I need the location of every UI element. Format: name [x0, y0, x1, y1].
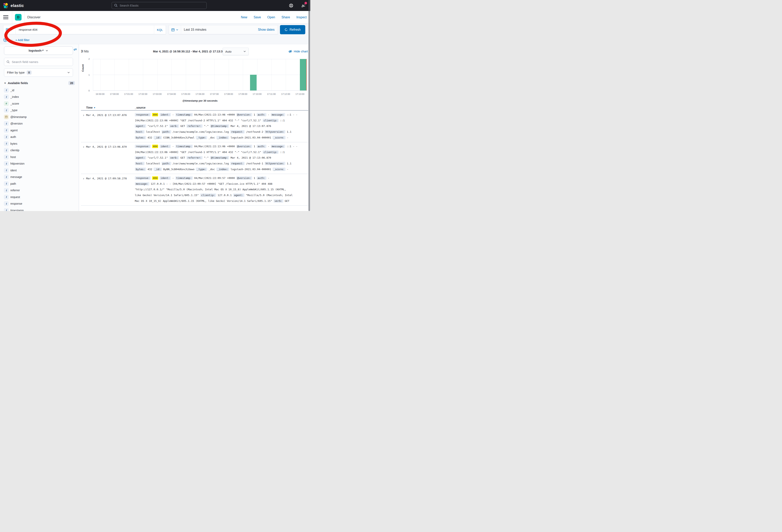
field-name: timestamp	[10, 209, 24, 211]
source-line: message:127.0.0.1 - - [04/Mar/2021:22:09…	[135, 181, 310, 187]
field-name-pill: @version:	[236, 176, 252, 180]
nav-link-open[interactable]: Open	[268, 15, 275, 19]
x-tick-label: 17:07:00	[210, 93, 219, 95]
expand-row-icon[interactable]: ›	[81, 144, 86, 172]
field-value: /notfound-2	[246, 130, 263, 133]
field-name-pill: @timestamp:	[210, 124, 229, 128]
newsfeed-icon[interactable]	[301, 3, 306, 8]
help-icon[interactable]	[289, 3, 293, 8]
source-column-header: _source	[135, 106, 146, 109]
time-column-header[interactable]: Time ▼	[86, 106, 135, 109]
nav-link-share[interactable]: Share	[282, 15, 290, 19]
saved-query-menu-button[interactable]	[3, 25, 15, 34]
field-item-@timestamp[interactable]: @timestamp	[4, 114, 75, 120]
table-row: ›Mar 4, 2021 @ 17:09:58.278response:404i…	[81, 174, 310, 205]
field-item-_score[interactable]: #_score	[4, 100, 75, 107]
chart-gridline	[93, 59, 307, 59]
field-value: Mar 4, 2021 @ 17:13:07.876	[230, 124, 271, 127]
filter-by-type-select[interactable]: Filter by type 0	[4, 68, 73, 77]
field-value: -	[268, 113, 270, 116]
field-name-pill: referrer:	[186, 124, 202, 128]
field-item-clientip[interactable]: tclientip	[4, 147, 75, 154]
field-item-auth[interactable]: tauth	[4, 134, 75, 141]
show-dates-link[interactable]: Show dates	[258, 28, 278, 32]
chevron-down-icon: ▼	[4, 82, 6, 84]
field-item-message[interactable]: tmessage	[4, 174, 75, 181]
add-filter-link[interactable]: + Add filter	[15, 38, 30, 42]
field-name-pill: message:	[271, 145, 285, 148]
nav-link-save[interactable]: Save	[254, 15, 261, 19]
page-scrollbar[interactable]	[308, 0, 310, 211]
string-type-icon: t	[4, 135, 8, 139]
date-picker-menu-button[interactable]	[169, 25, 181, 34]
nav-link-inspect[interactable]: Inspect	[296, 15, 307, 19]
expand-row-icon[interactable]: ›	[81, 175, 86, 204]
menu-icon[interactable]	[3, 15, 8, 19]
hide-chart-link[interactable]: Hide chart	[288, 50, 308, 53]
query-input[interactable]: response:404	[15, 28, 154, 32]
field-value: logstash-2021.03.04-000001	[230, 168, 271, 171]
field-item-host[interactable]: thost	[4, 154, 75, 160]
chart-plot-area[interactable]	[93, 59, 307, 91]
histogram-bar[interactable]	[300, 59, 307, 90]
field-item-_index[interactable]: t_index	[4, 93, 75, 101]
index-pattern-select[interactable]: logstash-*	[4, 46, 73, 55]
field-item-timestamp[interactable]: ttimestamp	[4, 207, 75, 211]
field-value: localhost	[146, 162, 160, 165]
field-item-@version[interactable]: t@version	[4, 120, 75, 127]
field-value: 1	[254, 145, 255, 148]
field-name: _id	[10, 89, 14, 92]
x-tick-label: 17:11:00	[267, 93, 276, 95]
x-tick-label: 17:09:00	[238, 93, 247, 95]
row-source: response:404ident:-timestamp:04/Mar/2021…	[135, 144, 310, 172]
histogram-bar[interactable]	[250, 75, 257, 90]
string-type-icon: t	[4, 201, 8, 206]
time-range-value[interactable]: Last 15 minutes	[181, 28, 258, 32]
source-line: response:404ident:-timestamp:04/Mar/2021…	[135, 112, 310, 118]
expand-row-icon[interactable]: ›	[81, 112, 86, 141]
field-value: ::1 - -	[287, 145, 297, 148]
global-search-input[interactable]: Search Elastic	[112, 2, 207, 9]
field-search-input[interactable]: Search field names	[4, 58, 73, 66]
field-item-httpversion[interactable]: thttpversion	[4, 160, 75, 167]
available-fields-header[interactable]: ▼ Available fields 20	[4, 81, 75, 85]
elastic-wordmark: elastic	[10, 3, 24, 8]
histogram-chart: Count 012 16:59:0017:00:0017:01:0017:02:…	[81, 56, 308, 104]
collapse-sidebar-icon[interactable]	[73, 48, 77, 51]
field-name: _index	[10, 95, 19, 99]
scrollbar-thumb[interactable]	[309, 4, 310, 211]
source-line: [04/Mar/2021:22:13:06 +0000] "GET /notfo…	[135, 149, 310, 155]
field-item-ident[interactable]: tident	[4, 167, 75, 174]
field-search-placeholder: Search field names	[12, 60, 38, 64]
field-item-path[interactable]: tpath	[4, 180, 75, 187]
field-name-pill: response:	[135, 145, 151, 148]
field-item-_type[interactable]: t_type	[4, 107, 75, 114]
field-item-referrer[interactable]: treferrer	[4, 187, 75, 194]
source-line: response:404ident:-timestamp:04/Mar/2021…	[135, 144, 310, 149]
field-item-_id[interactable]: t_id	[4, 87, 75, 93]
field-value: 1	[254, 177, 255, 180]
field-value: logstash-2021.03.04-000001	[230, 136, 271, 139]
field-item-response[interactable]: tresponse	[4, 200, 75, 207]
field-value: -	[172, 145, 174, 148]
interval-select[interactable]: Auto	[223, 48, 249, 55]
string-type-icon: t	[4, 208, 8, 211]
nav-link-new[interactable]: New	[241, 15, 247, 19]
query-language-button[interactable]: KQL	[154, 25, 166, 34]
chevron-down-icon	[45, 49, 48, 52]
field-item-agent[interactable]: tagent	[4, 127, 75, 134]
field-name-pill: @timestamp:	[210, 156, 229, 159]
field-item-bytes[interactable]: tbytes	[4, 140, 75, 147]
refresh-button[interactable]: Refresh	[280, 25, 305, 34]
field-value: _doc	[209, 168, 215, 171]
elastic-logo[interactable]: elastic	[3, 3, 24, 8]
field-item-request[interactable]: trequest	[4, 194, 75, 200]
field-value: GET	[285, 199, 289, 202]
field-value: -	[268, 177, 270, 180]
type-filter-count-badge: 0	[27, 71, 32, 75]
field-name-pill: verb:	[274, 199, 283, 203]
row-source: response:404ident:-timestamp:04/Mar/2021…	[135, 175, 310, 204]
kibana-discover-page: elastic Search Elastic	[0, 0, 310, 211]
filter-icon[interactable]	[3, 38, 7, 42]
field-name-pill: clientip:	[200, 193, 216, 197]
